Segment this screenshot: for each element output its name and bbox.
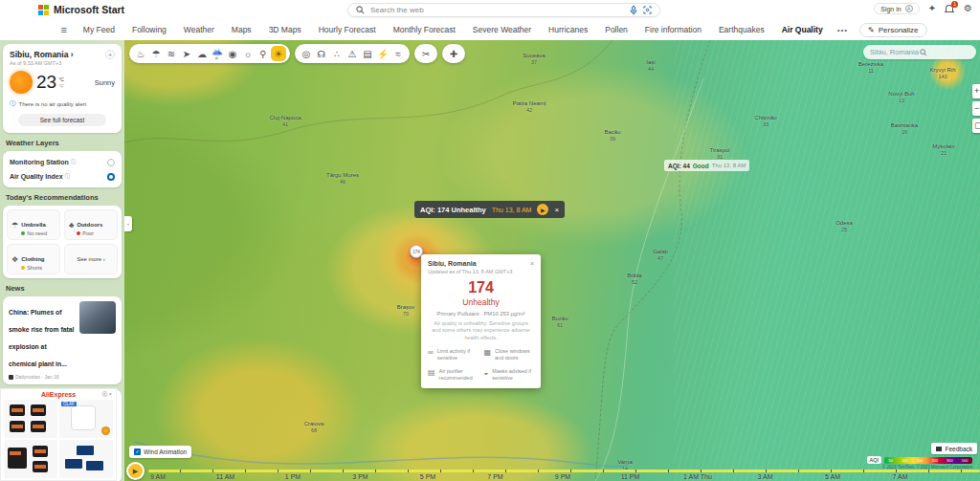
earthquake-icon[interactable]: ≈: [390, 46, 406, 61]
nav-tab-3d-maps[interactable]: 3D Maps: [260, 25, 310, 34]
city-label[interactable]: Bashtanka16: [891, 122, 918, 136]
timeline-label[interactable]: 5 PM: [420, 473, 435, 480]
rewards-icon[interactable]: ✦: [928, 4, 936, 13]
nav-tab-air-quality[interactable]: Air Quality: [773, 25, 832, 34]
air-quality-map[interactable]: Kryvyi Rih143Novyi Buh13Bashtanka16Berez…: [0, 40, 980, 481]
tilt-button[interactable]: ▢: [972, 119, 980, 133]
severe-weather-icon[interactable]: ⚠: [345, 46, 360, 61]
rain-icon[interactable]: ☔: [210, 46, 225, 61]
zoom-out-button[interactable]: −: [972, 101, 980, 116]
ad-product-image[interactable]: OLAF: [59, 400, 113, 438]
hurricane-icon[interactable]: ☊: [314, 46, 329, 61]
city-label[interactable]: Odesa25: [835, 220, 853, 233]
city-label[interactable]: Tiraspol31: [709, 147, 729, 161]
timeline-label[interactable]: 7 AM: [893, 473, 908, 480]
nav-tab-pollen[interactable]: Pollen: [596, 25, 636, 34]
nav-tab-my-feed[interactable]: My Feed: [75, 25, 123, 34]
nav-tab-fire-information[interactable]: Fire information: [636, 25, 710, 34]
city-label[interactable]: Cluj-Napoca41: [269, 115, 301, 128]
location-icon[interactable]: ✚: [446, 46, 461, 61]
personalize-button[interactable]: ✎ Personalize: [859, 23, 927, 37]
nav-tab-monthly-forecast[interactable]: Monthly Forecast: [385, 25, 464, 34]
city-label[interactable]: Brăila52: [627, 273, 641, 286]
sign-in-button[interactable]: Sign in A: [874, 3, 919, 14]
timeline-label[interactable]: 3 AM: [758, 473, 773, 480]
timeline-label[interactable]: 1 AM Thu: [683, 473, 712, 480]
city-label[interactable]: Buzău61: [551, 316, 568, 329]
nav-tab-hourly-forecast[interactable]: Hourly Forecast: [310, 25, 385, 34]
nav-tab-maps[interactable]: Maps: [223, 25, 260, 34]
close-icon[interactable]: ×: [554, 206, 559, 214]
recommendation-umbrella[interactable]: ☂ Umbrella No need: [7, 209, 60, 240]
feedback-button[interactable]: Feedback: [931, 443, 977, 454]
nav-tab-following[interactable]: Following: [123, 25, 175, 34]
timeline-track[interactable]: [148, 470, 980, 472]
nav-more-button[interactable]: •••: [832, 26, 854, 34]
city-label[interactable]: Târgu Mureș46: [326, 172, 359, 186]
map-search-input[interactable]: Sibiu, Romania: [870, 48, 920, 56]
location-title[interactable]: Sibiu, Romania ›: [10, 50, 74, 59]
city-label[interactable]: Novyi Buh13: [888, 91, 914, 104]
ad-close-icon[interactable]: ⓓ ×: [102, 391, 112, 398]
city-label[interactable]: Craiova68: [304, 421, 324, 434]
air-quality-icon[interactable]: ☀: [271, 46, 286, 61]
menu-hamburger-icon[interactable]: ≡: [53, 24, 74, 35]
fire-icon[interactable]: ▤: [360, 46, 375, 61]
add-location-icon[interactable]: +: [105, 50, 115, 59]
measure-icon[interactable]: ✂: [418, 46, 434, 61]
ad-panel[interactable]: AliExpress ⓓ × OLAF: [0, 388, 117, 481]
visual-search-icon[interactable]: [643, 6, 652, 14]
nav-tab-hurricanes[interactable]: Hurricanes: [540, 25, 596, 34]
city-label[interactable]: Brașov70: [397, 304, 415, 317]
unit-fahrenheit[interactable]: °F: [58, 83, 64, 89]
humidity-icon[interactable]: ⚲: [256, 46, 271, 61]
nav-tab-weather[interactable]: Weather: [175, 25, 223, 34]
city-label[interactable]: Kryvyi Rih143: [929, 67, 955, 80]
settings-gear-icon[interactable]: ⚙: [964, 4, 972, 13]
close-icon[interactable]: ×: [530, 260, 534, 267]
timeline-label[interactable]: 11 PM: [621, 473, 640, 480]
city-label[interactable]: Chișinău33: [754, 115, 776, 128]
web-search-bar[interactable]: Search the web: [347, 3, 660, 17]
visibility-icon[interactable]: ◉: [225, 46, 240, 61]
ad-product-image[interactable]: [4, 440, 57, 478]
unit-celsius[interactable]: °C: [58, 77, 64, 82]
nav-tab-earthquakes[interactable]: Earthquakes: [710, 25, 773, 34]
weather-summary-card[interactable]: Sibiu, Romania › + As of 9:33 AM GMT+3 2…: [3, 44, 122, 133]
ad-product-image[interactable]: [4, 400, 57, 438]
microsoft-start-logo[interactable]: Microsoft Start: [38, 4, 124, 15]
see-full-forecast-button[interactable]: See full forecast: [18, 114, 106, 126]
timeline-label[interactable]: 3 PM: [352, 473, 368, 480]
precipitation-icon[interactable]: ☂: [148, 46, 164, 61]
microphone-icon[interactable]: [630, 6, 637, 15]
city-label[interactable]: Suceava37: [523, 53, 545, 66]
timeline-label[interactable]: 7 PM: [487, 473, 502, 480]
cloud-cover-icon[interactable]: ☁: [194, 46, 210, 61]
radio-unselected[interactable]: [107, 159, 115, 166]
city-label[interactable]: Bacău39: [604, 129, 620, 142]
radio-selected[interactable]: [107, 173, 115, 181]
sidebar-collapse-button[interactable]: ‹: [124, 216, 132, 231]
wind-animation-toggle[interactable]: ✓ Wind Animation: [129, 446, 191, 458]
timeline-label[interactable]: 9 PM: [555, 473, 570, 480]
nav-tab-severe-weather[interactable]: Severe Weather: [464, 25, 540, 34]
timeline-label[interactable]: 1 PM: [285, 473, 301, 480]
news-article[interactable]: China: Plumes of smoke rise from fatal e…: [3, 296, 122, 384]
timeline-label[interactable]: 11 AM: [216, 473, 234, 480]
checkbox-checked-icon[interactable]: ✓: [134, 448, 141, 455]
recommendation-outdoors[interactable]: ♣ Outdoors Poor: [64, 209, 118, 240]
layer-monitoring-station[interactable]: Monitoring Station ⓘ: [10, 155, 115, 169]
ad-brand[interactable]: AliExpress: [41, 391, 76, 398]
zoom-in-button[interactable]: +: [972, 84, 980, 98]
radar-icon[interactable]: ◎: [299, 46, 314, 61]
uv-index-icon[interactable]: ☼: [240, 46, 256, 61]
city-label[interactable]: Berezivka11: [858, 61, 883, 75]
pollen-icon[interactable]: ∴: [329, 46, 345, 61]
play-icon[interactable]: ▶: [537, 204, 548, 215]
recommendation-clothing[interactable]: ❖ Clothing Shorts: [7, 244, 60, 274]
timeline-play-button[interactable]: ▶: [126, 462, 145, 480]
city-label[interactable]: Piatra Neamț42: [512, 100, 546, 114]
timeline-label[interactable]: 5 AM: [825, 473, 840, 480]
city-label[interactable]: Galați47: [653, 249, 668, 262]
wind-gust-icon[interactable]: ≋: [164, 46, 179, 61]
